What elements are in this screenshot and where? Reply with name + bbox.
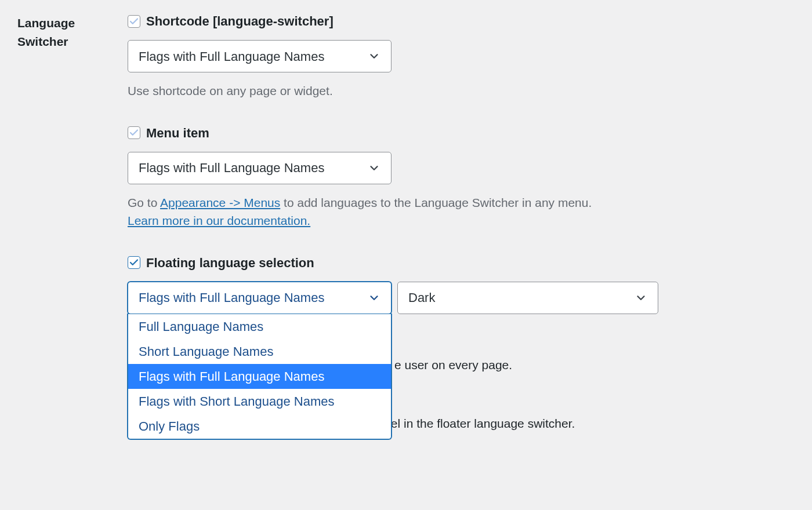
floating-theme-value: Dark [408, 288, 435, 307]
check-icon [129, 128, 139, 138]
shortcode-display-select[interactable]: Flags with Full Language Names [128, 40, 392, 72]
floating-checkbox[interactable] [128, 256, 140, 269]
chevron-down-icon [368, 162, 380, 174]
docs-link[interactable]: Learn more in our documentation. [128, 214, 310, 227]
dropdown-option[interactable]: Flags with Full Language Names [128, 364, 391, 389]
floating-option: Floating language selection Flags with F… [128, 253, 795, 374]
floating-helper-tail: e user on every page. [394, 358, 512, 371]
shortcode-label: Shortcode [language-switcher] [146, 12, 334, 31]
menu-item-display-select[interactable]: Flags with Full Language Names [128, 152, 392, 184]
menu-item-helper: Go to Appearance -> Menus to add languag… [128, 194, 795, 230]
floating-theme-select[interactable]: Dark [397, 282, 658, 314]
menu-item-select-value: Flags with Full Language Names [139, 158, 324, 177]
appearance-menus-link[interactable]: Appearance -> Menus [160, 196, 280, 209]
menu-item-option: Menu item Flags with Full Language Names… [128, 123, 795, 230]
menu-item-checkbox[interactable] [128, 126, 140, 139]
shortcode-checkbox[interactable] [128, 15, 140, 28]
section-label: Language Switcher [17, 12, 110, 50]
floating-display-select[interactable]: Flags with Full Language Names [128, 282, 392, 314]
menu-item-label: Menu item [146, 123, 209, 143]
chevron-down-icon [635, 292, 647, 304]
shortcode-option: Shortcode [language-switcher] Flags with… [128, 12, 795, 100]
dropdown-option[interactable]: Only Flags [128, 414, 391, 439]
chevron-down-icon [368, 50, 380, 63]
floating-label: Floating language selection [146, 253, 314, 272]
shortcode-helper: Use shortcode on any page or widget. [128, 82, 795, 100]
check-icon [129, 16, 139, 27]
shortcode-select-value: Flags with Full Language Names [139, 47, 324, 66]
floating-display-dropdown: Full Language NamesShort Language NamesF… [128, 314, 392, 440]
dropdown-option[interactable]: Flags with Short Language Names [128, 389, 391, 414]
dropdown-option[interactable]: Full Language Names [128, 314, 391, 339]
dropdown-option[interactable]: Short Language Names [128, 339, 391, 364]
check-icon [129, 257, 139, 268]
floating-select-value: Flags with Full Language Names [139, 288, 324, 307]
chevron-down-icon [368, 292, 380, 304]
